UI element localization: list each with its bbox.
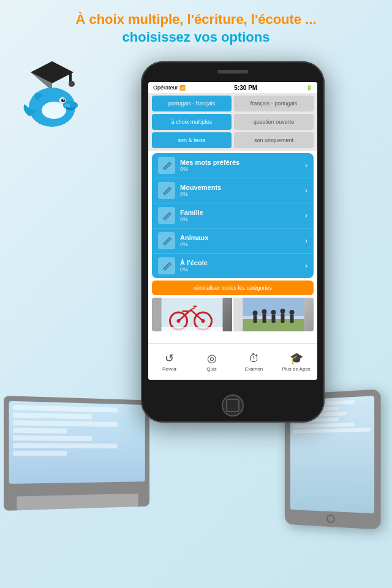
svg-rect-33 — [272, 315, 276, 323]
toggle-portugais-francais[interactable]: portugais - français — [152, 96, 232, 111]
refresh-icon: ↺ — [165, 352, 174, 365]
bike-photo — [152, 298, 232, 331]
category-icon-animaux — [158, 232, 175, 249]
chevron-right-icon: › — [305, 262, 307, 270]
chevron-right-icon: › — [305, 161, 307, 170]
carrier-text: Opérateur — [153, 85, 178, 91]
svg-marker-0 — [31, 61, 74, 83]
header-section: À choix multiple, l'écriture, l'écoute .… — [0, 11, 392, 46]
laptop — [4, 396, 149, 511]
phone-top — [141, 66, 325, 77]
category-text-animaux: Animaux 0% — [180, 234, 305, 247]
phone-frame: Opérateur 📶 5:30 PM 🔋 portugais - frança… — [141, 61, 325, 423]
battery-icon: 🔋 — [306, 85, 312, 91]
svg-rect-37 — [290, 315, 294, 323]
tab-revoir[interactable]: ↺ Revoir — [148, 352, 190, 372]
svg-point-8 — [61, 99, 65, 102]
timer-icon: ⏱ — [249, 352, 260, 365]
phone-screen: Opérateur 📶 5:30 PM 🔋 portugais - frança… — [148, 82, 317, 380]
home-button[interactable] — [222, 394, 244, 417]
photo-strip — [152, 298, 314, 331]
category-text-ecole: À l'école 0% — [180, 259, 305, 273]
category-icon-ecole — [158, 257, 175, 274]
tab-examen[interactable]: ⏱ Examen — [233, 352, 275, 372]
tab-quiz[interactable]: ◎ Quiz — [190, 352, 233, 372]
phone-speaker — [217, 70, 248, 74]
toggle-francais-portugais[interactable]: français - portugais — [234, 96, 314, 111]
svg-point-30 — [262, 309, 267, 314]
category-icon-mouvements — [158, 182, 175, 199]
toggle-row-3: son & texte son uniquement — [152, 132, 314, 148]
category-list: Mes mots préférés 0% › Mouvements 0% › — [152, 153, 314, 278]
category-icon-mes-mots — [158, 157, 175, 174]
toggle-choix-multiples[interactable]: à choix multiples — [152, 114, 232, 130]
svg-rect-24 — [162, 327, 223, 331]
category-text-mes-mots: Mes mots préférés 0% — [180, 159, 305, 172]
mascot — [12, 55, 92, 135]
category-item-animaux[interactable]: Animaux 0% › — [152, 228, 314, 254]
carrier-info: Opérateur 📶 — [153, 85, 186, 91]
wifi-icon: 📶 — [179, 85, 186, 91]
category-item-mouvements[interactable]: Mouvements 0% › — [152, 178, 314, 203]
tab-apps[interactable]: 🎓 Plus de Apps — [275, 352, 317, 372]
toggle-question-ouverte[interactable]: question ouverte — [234, 114, 314, 130]
category-item-famille[interactable]: Famille 0% › — [152, 203, 314, 228]
svg-point-34 — [281, 309, 285, 314]
home-button-inner — [226, 399, 239, 412]
chevron-right-icon: › — [305, 236, 307, 245]
toggle-row-2: à choix multiples question ouverte — [152, 114, 314, 130]
svg-rect-29 — [254, 315, 257, 323]
status-bar: Opérateur 📶 5:30 PM 🔋 — [148, 82, 317, 93]
svg-rect-12 — [162, 298, 223, 331]
category-item-mes-mots[interactable]: Mes mots préférés 0% › — [152, 153, 314, 178]
header-line1: À choix multiple, l'écriture, l'écoute .… — [0, 11, 392, 29]
header-line2: choisissez vos options — [0, 29, 392, 47]
reset-button[interactable]: réinitialiser toutes les catégories — [152, 281, 314, 295]
svg-point-2 — [69, 81, 75, 87]
toggle-row-1: portugais - français français - portugai… — [152, 96, 314, 111]
category-text-mouvements: Mouvements 0% — [180, 184, 305, 197]
svg-point-32 — [271, 310, 276, 315]
svg-rect-35 — [281, 314, 285, 323]
category-item-ecole[interactable]: À l'école 0% › — [152, 254, 314, 278]
tab-bar: ↺ Revoir ◎ Quiz ⏱ Examen 🎓 Plus de Apps — [148, 343, 317, 380]
svg-point-11 — [64, 104, 70, 107]
people-photo — [233, 298, 314, 331]
svg-point-9 — [63, 99, 64, 100]
chevron-right-icon: › — [305, 186, 307, 195]
category-text-famille: Famille 0% — [180, 209, 305, 222]
status-time: 5:30 PM — [234, 85, 257, 91]
svg-point-36 — [290, 310, 295, 315]
target-icon: ◎ — [207, 352, 217, 365]
toggle-son-texte[interactable]: son & texte — [152, 132, 232, 148]
tablet-home-button — [326, 514, 335, 524]
svg-rect-31 — [263, 314, 266, 323]
toggle-section: portugais - français français - portugai… — [148, 93, 317, 151]
svg-point-28 — [253, 311, 258, 315]
category-icon-famille — [158, 207, 175, 224]
svg-point-6 — [42, 102, 66, 119]
graduation-icon: 🎓 — [290, 352, 303, 365]
chevron-right-icon: › — [305, 211, 307, 220]
toggle-son-uniquement[interactable]: son uniquement — [234, 132, 314, 148]
